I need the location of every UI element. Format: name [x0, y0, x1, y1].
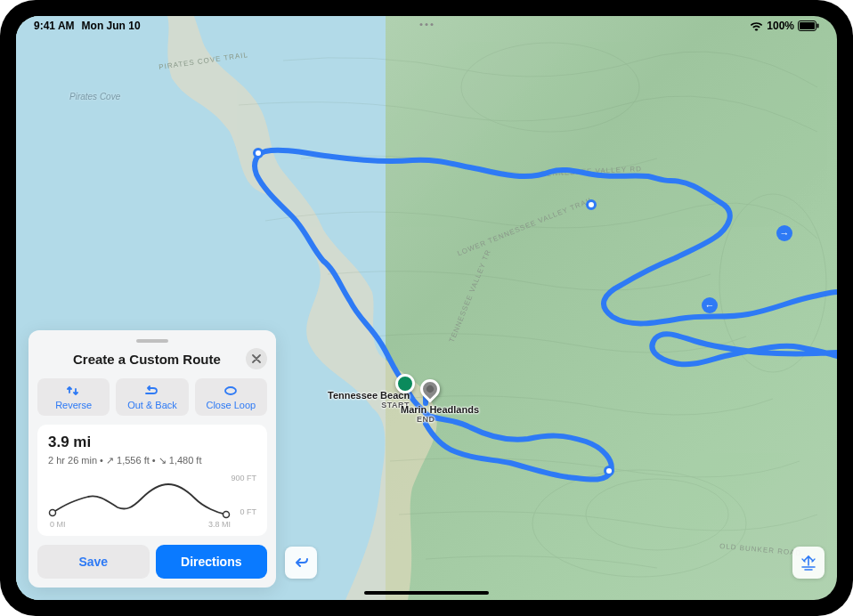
end-poi-label: Marin Headlands END: [401, 404, 479, 424]
waypoint-1[interactable]: [253, 148, 264, 158]
reverse-button[interactable]: Reverse: [37, 378, 110, 416]
svg-rect-2: [817, 24, 819, 28]
svg-point-7: [225, 387, 236, 394]
waypoint-3[interactable]: [604, 466, 614, 476]
elevation-x-max: 3.8 MI: [208, 520, 231, 529]
undo-button[interactable]: [285, 547, 317, 579]
notch-dots: [420, 23, 434, 26]
close-loop-icon: [223, 384, 239, 398]
home-indicator[interactable]: [364, 591, 489, 595]
close-icon: [252, 354, 261, 363]
wifi-icon: [750, 21, 763, 31]
svg-point-9: [223, 512, 230, 518]
close-loop-label: Close Loop: [206, 400, 256, 410]
svg-rect-1: [800, 22, 815, 29]
stats-card: 3.9 mi 2 hr 26 min • ↗ 1,556 ft • ↘ 1,48…: [37, 425, 267, 536]
battery-icon: [798, 20, 819, 31]
reverse-label: Reverse: [55, 400, 92, 410]
out-back-button[interactable]: Out & Back: [116, 378, 188, 416]
start-sublabel: START: [328, 401, 410, 409]
compass-icon: [800, 554, 817, 571]
close-loop-button[interactable]: Close Loop: [195, 378, 267, 416]
start-poi-label: Tennessee Beach START: [328, 390, 410, 409]
close-button[interactable]: [246, 348, 267, 369]
screen: 9:41 AM Mon Jun 10 100%: [16, 16, 837, 600]
card-title: Create a Custom Route: [73, 352, 221, 367]
direction-arrow-1: →: [776, 225, 792, 241]
direction-arrow-2: ←: [702, 297, 718, 313]
waypoint-2[interactable]: [586, 199, 597, 210]
route-card: Create a Custom Route Reverse Out & Bac: [28, 330, 276, 588]
end-name: Marin Headlands: [401, 404, 479, 415]
elevation-chart: 900 FT 0 FT 0 MI 3.8 MI: [48, 474, 256, 527]
card-grabber[interactable]: [136, 339, 168, 343]
status-date: Mon Jun 10: [82, 20, 141, 32]
ipad-frame: 9:41 AM Mon Jun 10 100%: [0, 0, 853, 616]
start-pin[interactable]: [395, 374, 415, 393]
status-time: 9:41 AM: [34, 20, 75, 32]
stats-details: 2 hr 26 min • ↗ 1,556 ft • ↘ 1,480 ft: [48, 455, 256, 466]
save-button[interactable]: Save: [37, 545, 150, 579]
undo-icon: [293, 555, 309, 570]
directions-button[interactable]: Directions: [156, 545, 268, 579]
reverse-icon: [67, 384, 81, 398]
svg-point-8: [50, 510, 56, 516]
elevation-x-min: 0 MI: [50, 520, 66, 529]
stats-distance: 3.9 mi: [48, 434, 256, 451]
status-bar: 9:41 AM Mon Jun 10 100%: [16, 16, 837, 36]
out-back-icon: [144, 384, 160, 398]
out-back-label: Out & Back: [127, 400, 177, 410]
start-name: Tennessee Beach: [328, 390, 410, 401]
elevation-y-min: 0 FT: [240, 507, 256, 516]
compass-button[interactable]: [792, 547, 825, 579]
elevation-y-max: 900 FT: [231, 474, 256, 482]
end-sublabel: END: [417, 415, 479, 424]
battery-percent: 100%: [767, 20, 794, 32]
